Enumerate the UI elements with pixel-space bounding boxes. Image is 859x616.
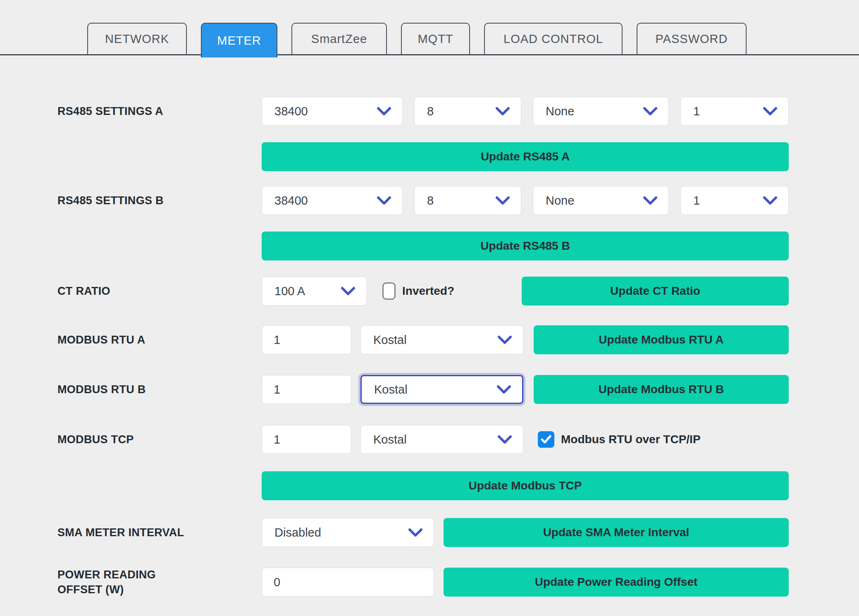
tab-load-control[interactable]: LOAD CONTROL — [484, 23, 623, 54]
rs485-a-baud-select[interactable]: 38400 — [262, 97, 403, 126]
modbus-rtu-a-row: MODBUS RTU A Kostal Update Modbus RTU A — [57, 325, 789, 354]
rs485-b-parity-value: None — [546, 194, 574, 208]
power-reading-offset-row: POWER READING OFFSET (W) Update Power Re… — [57, 567, 789, 597]
modbus-tcp-row: MODBUS TCP Kostal Modbus RTU over TCP/IP — [57, 425, 789, 454]
rs485-a-databits-select[interactable]: 8 — [414, 97, 521, 126]
power-reading-offset-input[interactable] — [262, 568, 434, 597]
chevron-down-icon — [496, 385, 511, 394]
chevron-down-icon — [643, 107, 658, 116]
check-icon — [541, 435, 551, 444]
chevron-down-icon — [377, 107, 391, 116]
update-modbus-rtu-a-button[interactable]: Update Modbus RTU A — [534, 325, 789, 354]
modbus-rtu-a-address-input[interactable] — [262, 325, 351, 354]
modbus-rtu-a-device-value: Kostal — [373, 333, 407, 347]
chevron-down-icon — [377, 196, 391, 205]
rs485-b-stopbits-select[interactable]: 1 — [680, 186, 789, 215]
rs485-b-label: RS485 SETTINGS B — [57, 193, 262, 208]
modbus-rtu-b-row: MODBUS RTU B Kostal Update Modbus RTU B — [57, 375, 789, 404]
modbus-rtu-b-device-select[interactable]: Kostal — [360, 375, 523, 404]
sma-meter-interval-select[interactable]: Disabled — [262, 518, 434, 547]
tab-smartzee[interactable]: SmartZee — [291, 23, 387, 54]
modbus-tcp-label: MODBUS TCP — [57, 432, 262, 447]
update-rs485-b-button[interactable]: Update RS485 B — [262, 232, 789, 260]
chevron-down-icon — [763, 107, 778, 116]
inverted-checkbox-label: Inverted? — [402, 284, 454, 298]
update-power-reading-offset-button[interactable]: Update Power Reading Offset — [444, 568, 789, 597]
chevron-down-icon — [497, 335, 512, 344]
meter-settings-page: NETWORK METER SmartZee MQTT LOAD CONTROL… — [0, 0, 859, 616]
rs485-b-baud-select[interactable]: 38400 — [262, 186, 403, 215]
meter-settings-form: RS485 SETTINGS A 38400 8 None 1 — [0, 55, 859, 597]
chevron-down-icon — [341, 287, 356, 296]
rs485-a-parity-value: None — [546, 105, 574, 118]
inverted-checkbox[interactable] — [382, 282, 396, 300]
rs485-a-baud-value: 38400 — [274, 105, 308, 118]
modbus-rtu-a-label: MODBUS RTU A — [57, 332, 262, 347]
update-modbus-rtu-b-button[interactable]: Update Modbus RTU B — [534, 375, 789, 404]
rs485-a-row: RS485 SETTINGS A 38400 8 None 1 — [57, 97, 789, 126]
ct-ratio-row: CT RATIO 100 A Inverted? Update CT Ratio — [57, 277, 789, 306]
tab-mqtt[interactable]: MQTT — [401, 23, 470, 54]
ct-ratio-select[interactable]: 100 A — [262, 277, 367, 306]
update-sma-meter-interval-button[interactable]: Update SMA Meter Interval — [444, 518, 789, 547]
rs485-a-stopbits-value: 1 — [693, 105, 700, 118]
ct-ratio-label: CT RATIO — [57, 284, 262, 298]
chevron-down-icon — [497, 435, 512, 444]
ct-ratio-value: 100 A — [274, 284, 305, 298]
modbus-rtu-b-label: MODBUS RTU B — [57, 382, 262, 397]
rs485-a-label: RS485 SETTINGS A — [57, 104, 262, 119]
modbus-tcp-address-input[interactable] — [262, 425, 351, 454]
tab-password[interactable]: PASSWORD — [637, 23, 747, 54]
update-modbus-tcp-button[interactable]: Update Modbus TCP — [262, 471, 789, 500]
sma-meter-interval-row: SMA METER INTERVAL Disabled Update SMA M… — [57, 518, 789, 547]
chevron-down-icon — [763, 196, 778, 205]
rs485-b-row: RS485 SETTINGS B 38400 8 None 1 — [57, 186, 789, 215]
modbus-rtu-a-device-select[interactable]: Kostal — [360, 325, 523, 354]
modbus-tcp-device-select[interactable]: Kostal — [360, 425, 523, 454]
modbus-rtu-over-tcpip-checkbox[interactable] — [538, 431, 554, 448]
chevron-down-icon — [495, 196, 510, 205]
chevron-down-icon — [495, 107, 510, 116]
rs485-a-databits-value: 8 — [427, 105, 434, 118]
rs485-b-parity-select[interactable]: None — [533, 186, 669, 215]
chevron-down-icon — [643, 196, 658, 205]
settings-tabbar: NETWORK METER SmartZee MQTT LOAD CONTROL… — [0, 0, 859, 55]
rs485-a-button-row: Update RS485 A — [57, 142, 789, 171]
modbus-rtu-b-device-value: Kostal — [374, 383, 408, 396]
sma-meter-interval-value: Disabled — [274, 526, 321, 540]
chevron-down-icon — [408, 528, 423, 537]
modbus-tcp-button-row: Update Modbus TCP — [57, 471, 789, 500]
modbus-rtu-b-address-input[interactable] — [262, 375, 351, 404]
rs485-b-databits-value: 8 — [427, 194, 434, 208]
update-ct-ratio-button[interactable]: Update CT Ratio — [522, 277, 789, 306]
rs485-b-stopbits-value: 1 — [693, 194, 700, 208]
tab-network[interactable]: NETWORK — [87, 23, 187, 54]
rs485-b-button-row: Update RS485 B — [57, 232, 789, 260]
rs485-a-stopbits-select[interactable]: 1 — [680, 97, 789, 126]
update-rs485-a-button[interactable]: Update RS485 A — [262, 142, 789, 171]
modbus-tcp-device-value: Kostal — [373, 433, 407, 446]
rs485-b-databits-select[interactable]: 8 — [414, 186, 521, 215]
rs485-a-parity-select[interactable]: None — [533, 97, 669, 126]
sma-meter-interval-label: SMA METER INTERVAL — [57, 525, 262, 540]
modbus-rtu-over-tcpip-label: Modbus RTU over TCP/IP — [561, 433, 701, 446]
power-reading-offset-label: POWER READING OFFSET (W) — [57, 567, 262, 597]
tab-meter[interactable]: METER — [201, 23, 277, 57]
rs485-b-baud-value: 38400 — [274, 194, 308, 208]
